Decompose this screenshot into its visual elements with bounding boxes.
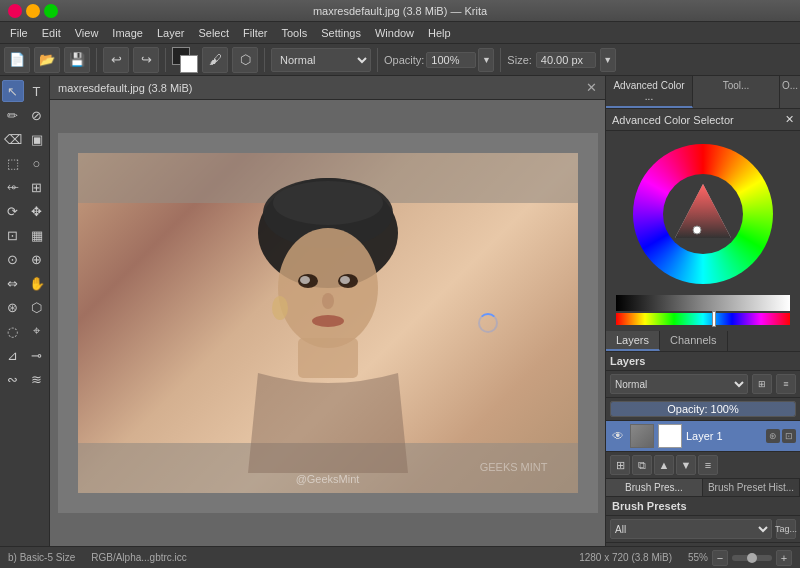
person-silhouette [218, 173, 438, 473]
zoom-slider-handle[interactable] [747, 553, 757, 563]
menu-window[interactable]: Window [369, 25, 420, 41]
path-select-tool-button[interactable]: ⊞ [26, 176, 48, 198]
tab-advanced-color[interactable]: Advanced Color ... [606, 76, 693, 108]
menu-layer[interactable]: Layer [151, 25, 191, 41]
move-layer-down-button[interactable]: ▼ [676, 455, 696, 475]
brush-options-button[interactable]: ⬡ [232, 47, 258, 73]
tool-row-8: ⊙ ⊕ [2, 248, 48, 270]
tab-more[interactable]: O... [780, 76, 800, 108]
redo-button[interactable]: ↪ [133, 47, 159, 73]
brush-filter-select[interactable]: All [610, 519, 772, 539]
menu-bar: File Edit View Image Layer Select Filter… [0, 22, 800, 44]
new-doc-button[interactable]: 📄 [4, 47, 30, 73]
hue-bar[interactable] [616, 313, 790, 325]
title-bar: maxresdefault.jpg (3.8 MiB) — Krita [0, 0, 800, 22]
zoom-out-button[interactable]: − [712, 550, 728, 566]
canvas-image[interactable]: GEEKS MINT @GeeksMint [78, 153, 578, 493]
menu-image[interactable]: Image [106, 25, 149, 41]
menu-view[interactable]: View [69, 25, 105, 41]
zoom-tool-button[interactable]: ⊕ [26, 248, 48, 270]
svg-point-8 [322, 293, 334, 309]
layer-icon-1[interactable]: ⊛ [766, 429, 780, 443]
zoom-slider[interactable] [732, 555, 772, 561]
colorpick-tool-button[interactable]: ⊙ [2, 248, 24, 270]
open-button[interactable]: 📂 [34, 47, 60, 73]
size-down-button[interactable]: ▼ [600, 48, 616, 72]
close-window-button[interactable] [8, 4, 22, 18]
fill-tool-button[interactable]: ▣ [26, 128, 48, 150]
copy-layer-button[interactable]: ⧉ [632, 455, 652, 475]
opacity-track[interactable]: Opacity: 100% [610, 401, 796, 417]
maximize-window-button[interactable] [44, 4, 58, 18]
save-button[interactable]: 💾 [64, 47, 90, 73]
ellipse-select-tool-button[interactable]: ○ [26, 152, 48, 174]
zoom-in-button[interactable]: + [776, 550, 792, 566]
extra-tool-2[interactable]: ⌖ [26, 320, 48, 342]
tab-channels[interactable]: Channels [660, 331, 727, 351]
color-info-status: RGB/Alpha...gbtrc.icc [91, 552, 187, 563]
tab-layers[interactable]: Layers [606, 331, 660, 351]
rect-select-tool-button[interactable]: ⬚ [2, 152, 24, 174]
cursor-tool-button[interactable]: ↖ [2, 80, 24, 102]
background-color[interactable] [180, 55, 198, 73]
color-wheel[interactable] [633, 144, 773, 284]
menu-file[interactable]: File [4, 25, 34, 41]
measure-tool-button[interactable]: ⇔ [2, 272, 24, 294]
layer-eye-button[interactable]: 👁 [610, 428, 626, 444]
size-input[interactable] [536, 52, 596, 68]
text-tool-button[interactable]: T [26, 80, 48, 102]
color-wheel-container[interactable] [628, 139, 778, 289]
gradient-tool-button[interactable]: ▦ [26, 224, 48, 246]
menu-select[interactable]: Select [192, 25, 235, 41]
blend-mode-select[interactable]: Normal [271, 48, 371, 72]
layers-menu-button[interactable]: ≡ [776, 374, 796, 394]
window-controls[interactable] [8, 4, 58, 18]
canvas-tab: maxresdefault.jpg (3.8 MiB) ✕ [50, 76, 605, 100]
layer-icon-2[interactable]: ⊡ [782, 429, 796, 443]
gradient-bar[interactable] [616, 295, 790, 311]
opacity-input[interactable] [426, 52, 476, 68]
brush-tag-button[interactable]: Tag... [776, 519, 796, 539]
color-swatch[interactable] [172, 47, 198, 73]
layers-toolbar: ⊞ ⧉ ▲ ▼ ≡ [606, 451, 800, 479]
freehand-select-tool-button[interactable]: ⬰ [2, 176, 24, 198]
undo-button[interactable]: ↩ [103, 47, 129, 73]
extra-tool-6[interactable]: ≋ [26, 368, 48, 390]
menu-filter[interactable]: Filter [237, 25, 273, 41]
paint-tool-button[interactable]: ✏ [2, 104, 24, 126]
layer-menu-button[interactable]: ≡ [698, 455, 718, 475]
opacity-down-button[interactable]: ▼ [478, 48, 494, 72]
calligraphy-tool-button[interactable]: ⊘ [26, 104, 48, 126]
edit-shape-button[interactable]: ⬡ [26, 296, 48, 318]
layer-row[interactable]: 👁 Layer 1 ⊛ ⊡ [606, 421, 800, 451]
crop-tool-button[interactable]: ⊡ [2, 224, 24, 246]
tab-tool[interactable]: Tool... [693, 76, 780, 108]
canvas-close-button[interactable]: ✕ [586, 80, 597, 95]
hand-tool-button[interactable]: ✋ [26, 272, 48, 294]
assistant-tool-button[interactable]: ⊛ [2, 296, 24, 318]
extra-tool-5[interactable]: ∾ [2, 368, 24, 390]
extra-tool-3[interactable]: ⊿ [2, 344, 24, 366]
adv-color-close[interactable]: ✕ [785, 113, 794, 126]
tab-brush-history[interactable]: Brush Preset Hist... [703, 479, 800, 496]
menu-settings[interactable]: Settings [315, 25, 367, 41]
color-triangle-svg[interactable] [669, 180, 737, 248]
tab-brush-presets[interactable]: Brush Pres... [606, 479, 703, 496]
hue-handle[interactable] [712, 311, 716, 327]
menu-edit[interactable]: Edit [36, 25, 67, 41]
menu-tools[interactable]: Tools [276, 25, 314, 41]
tool-row-3: ⌫ ▣ [2, 128, 48, 150]
extra-tool-1[interactable]: ◌ [2, 320, 24, 342]
brush-type-button[interactable]: 🖌 [202, 47, 228, 73]
transform-tool-button[interactable]: ⟳ [2, 200, 24, 222]
canvas-scroll[interactable]: GEEKS MINT @GeeksMint [50, 100, 605, 546]
move-tool-button[interactable]: ✥ [26, 200, 48, 222]
extra-tool-4[interactable]: ⊸ [26, 344, 48, 366]
layers-options-button[interactable]: ⊞ [752, 374, 772, 394]
move-layer-up-button[interactable]: ▲ [654, 455, 674, 475]
add-layer-button[interactable]: ⊞ [610, 455, 630, 475]
minimize-window-button[interactable] [26, 4, 40, 18]
layers-blend-select[interactable]: Normal [610, 374, 748, 394]
menu-help[interactable]: Help [422, 25, 457, 41]
eraser-tool-button[interactable]: ⌫ [2, 128, 24, 150]
